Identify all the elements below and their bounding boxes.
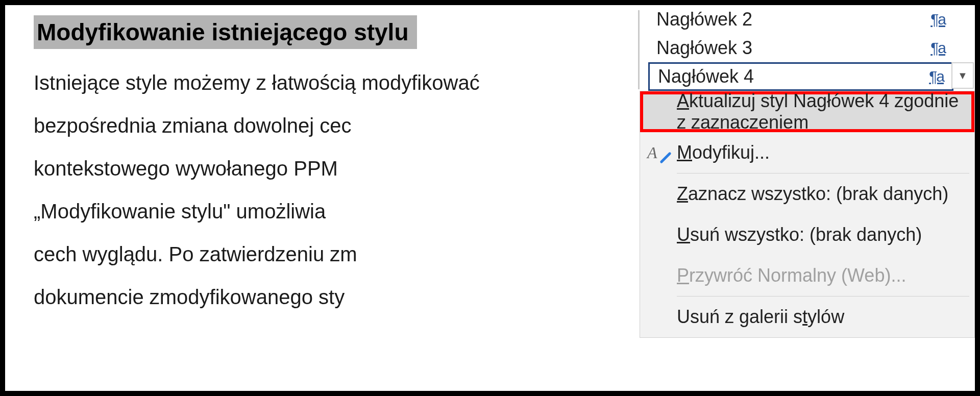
document-body[interactable]: Istniejące style możemy z łatwością mody… (34, 61, 643, 318)
paragraph-marker-icon: ¶a (929, 68, 944, 85)
menu-update-style[interactable]: Aktualizuj styl Nagłówek 4 zgodnie z zaz… (640, 91, 974, 132)
style-context-menu: Aktualizuj styl Nagłówek 4 zgodnie z zaz… (640, 91, 975, 338)
menu-select-all[interactable]: Zaznacz wszystko: (brak danych) (640, 174, 974, 214)
body-line: kontekstowego wywołanego PPM (34, 147, 638, 190)
menu-label: Modyfikuj... (677, 142, 770, 163)
selected-heading[interactable]: Modyfikowanie istniejącego stylu (34, 15, 417, 49)
style-dropdown-button[interactable]: ▼ (951, 62, 974, 89)
menu-label: Usuń wszystko: (brak danych) (677, 224, 922, 245)
styles-pane: Nagłówek 2 ¶a Nagłówek 3 ¶a Nagłówek 4 ¶… (648, 5, 975, 91)
vertical-divider (638, 10, 640, 89)
app-frame: Modyfikowanie istniejącego stylu Istniej… (0, 0, 980, 396)
menu-restore-normal: Przywróć Normalny (Web)... (640, 255, 974, 296)
document-area: Modyfikowanie istniejącego stylu Istniej… (5, 5, 643, 391)
style-label: Nagłówek 2 (656, 9, 752, 30)
style-label: Nagłówek 3 (656, 37, 752, 59)
body-line: cech wyglądu. Po zatwierdzeniu zm (34, 233, 638, 276)
menu-delete-all[interactable]: Usuń wszystko: (brak danych) (640, 214, 974, 255)
modify-icon: A (647, 143, 657, 162)
body-line: „Modyfikowanie stylu" umożliwia (34, 190, 638, 233)
menu-remove-from-gallery[interactable]: Usuń z galerii stylów (640, 296, 974, 337)
menu-label: Aktualizuj styl Nagłówek 4 zgodnie z zaz… (677, 90, 971, 133)
paragraph-marker-icon: ¶a (930, 11, 945, 28)
menu-modify[interactable]: A Modyfikuj... (640, 132, 974, 173)
body-line: dokumencie zmodyfikowanego sty (34, 276, 638, 318)
paragraph-marker-icon: ¶a (930, 39, 945, 57)
menu-label: Zaznacz wszystko: (brak danych) (677, 183, 948, 205)
body-line: Istniejące style możemy z łatwością mody… (34, 61, 638, 104)
heading-text: Modyfikowanie istniejącego stylu (37, 19, 409, 45)
menu-label: Przywróć Normalny (Web)... (677, 265, 906, 286)
style-label: Nagłówek 4 (658, 66, 754, 87)
body-line: bezpośrednia zmiana dowolnej cec (34, 104, 638, 147)
style-item-heading2[interactable]: Nagłówek 2 ¶a (648, 5, 953, 34)
right-panel: Nagłówek 2 ¶a Nagłówek 3 ¶a Nagłówek 4 ¶… (638, 5, 975, 391)
chevron-down-icon: ▼ (958, 70, 968, 82)
style-item-heading4[interactable]: Nagłówek 4 ¶a (648, 62, 953, 91)
style-item-heading3[interactable]: Nagłówek 3 ¶a (648, 34, 953, 62)
menu-label: Usuń z galerii stylów (677, 306, 844, 328)
